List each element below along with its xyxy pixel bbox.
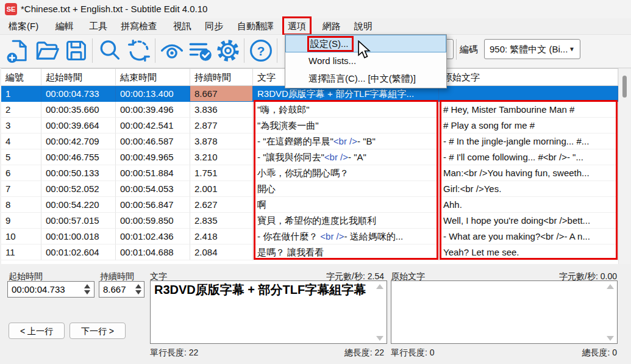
menubar-item-9[interactable]: 說明: [351, 18, 376, 34]
cell-text[interactable]: 寶貝，希望你的進度比我順利: [253, 213, 439, 229]
cell-duration[interactable]: 8.667: [190, 86, 253, 102]
find-button[interactable]: [97, 38, 123, 63]
options-menu-item-2[interactable]: 選擇語言(C)... [中文(繁體)]: [285, 70, 446, 88]
cell-end[interactable]: 00:00:39.496: [116, 102, 190, 118]
cell-text[interactable]: - "讓我與你同去"<br />- "A": [253, 149, 439, 165]
subtitle-row-9[interactable]: 900:00:57.01500:00:59.8502.835寶貝，希望你的進度比…: [1, 213, 618, 229]
cell-original[interactable]: Ahh.: [439, 197, 618, 213]
cell-num[interactable]: 7: [1, 181, 41, 197]
cell-original[interactable]: - What are you making?<br />- A n...: [439, 229, 618, 244]
cell-duration[interactable]: 2.418: [190, 229, 253, 244]
cell-num[interactable]: 11: [1, 244, 41, 260]
cell-duration[interactable]: 2.001: [190, 181, 253, 197]
cell-original[interactable]: # Play a song for me #: [439, 118, 618, 134]
menubar-item-0[interactable]: 檔案(F): [5, 18, 42, 34]
menubar-item-3[interactable]: 拼寫檢查: [117, 18, 161, 34]
cell-end[interactable]: 00:01:02.436: [116, 229, 190, 244]
cell-duration[interactable]: 2.835: [190, 213, 253, 229]
header-cell-5[interactable]: 原始文字: [439, 69, 618, 86]
cell-start[interactable]: 00:01:02.604: [41, 244, 116, 260]
cell-start[interactable]: 00:00:04.733: [41, 86, 116, 102]
cell-start[interactable]: 00:00:35.660: [41, 102, 116, 118]
subtitle-row-10[interactable]: 1000:01:00.01800:01:02.4362.418- 你在做什麼？ …: [1, 229, 618, 244]
header-cell-1[interactable]: 起始時間: [41, 69, 116, 86]
cell-original[interactable]: [439, 86, 618, 102]
visual-sync-button[interactable]: [159, 38, 185, 63]
text-scroll-down-icon[interactable]: [376, 336, 383, 341]
cell-num[interactable]: 10: [1, 229, 41, 244]
cell-num[interactable]: 5: [1, 149, 41, 165]
new-file-button[interactable]: [5, 38, 30, 63]
cell-num[interactable]: 2: [1, 102, 41, 118]
cell-original[interactable]: Well, I hope you're doing<br />bett...: [439, 213, 618, 229]
cell-num[interactable]: 1: [1, 86, 41, 102]
cell-end[interactable]: 00:00:13.400: [116, 86, 190, 102]
encoding-dropdown[interactable]: 950: 繁體中文 (Bi... ▼: [484, 39, 580, 59]
list-scrollbar[interactable]: [618, 68, 630, 264]
cell-end[interactable]: 00:00:46.587: [116, 134, 190, 149]
settings-button[interactable]: [215, 38, 241, 63]
cell-text[interactable]: "為我演奏一曲": [253, 118, 439, 134]
cell-text[interactable]: 小乖，你玩的開心嗎？: [253, 165, 439, 181]
cell-start[interactable]: 00:01:00.018: [41, 229, 116, 244]
cell-start[interactable]: 00:00:42.709: [41, 134, 116, 149]
subtitle-row-7[interactable]: 700:00:52.05200:00:54.0532.001開心Girl:<br…: [1, 181, 618, 197]
subtitle-row-11[interactable]: 1100:01:02.60400:01:04.6882.084是嗎？ 讓我看看Y…: [1, 244, 618, 260]
cell-duration[interactable]: 3.836: [190, 102, 253, 118]
cell-original[interactable]: # Hey, Mister Tambourine Man #: [439, 102, 618, 118]
previous-line-button[interactable]: < 上一行: [9, 323, 65, 339]
cell-end[interactable]: 00:00:54.053: [116, 181, 190, 197]
cell-num[interactable]: 4: [1, 134, 41, 149]
menubar-item-8[interactable]: 網路: [319, 18, 344, 34]
original-scroll-up-icon[interactable]: [607, 284, 614, 289]
cell-num[interactable]: 3: [1, 118, 41, 134]
cell-duration[interactable]: 2.877: [190, 118, 253, 134]
header-cell-0[interactable]: 編號: [1, 69, 41, 86]
cell-duration[interactable]: 2.627: [190, 197, 253, 213]
header-cell-3[interactable]: 持續時間: [190, 69, 253, 86]
cell-end[interactable]: 00:00:56.847: [116, 197, 190, 213]
menubar-item-5[interactable]: 同步: [201, 18, 227, 34]
menubar-item-7[interactable]: 選項: [284, 18, 310, 34]
subtitle-row-8[interactable]: 800:00:54.22000:00:56.8472.627啊Ahh.: [1, 197, 618, 213]
cell-original[interactable]: - # I'll come following... #<br />- "...: [439, 149, 618, 165]
save-button[interactable]: [63, 38, 89, 63]
cell-start[interactable]: 00:00:52.052: [41, 181, 116, 197]
cell-end[interactable]: 00:00:59.850: [116, 213, 190, 229]
duration-stepper[interactable]: [135, 284, 142, 294]
cell-text[interactable]: - "在這鏗鏘的早晨"<br />- "B": [253, 134, 439, 149]
open-file-button[interactable]: [34, 38, 60, 63]
cell-text[interactable]: 啊: [253, 197, 439, 213]
original-text-editor[interactable]: [391, 280, 618, 344]
start-time-input[interactable]: [7, 281, 94, 298]
cell-start[interactable]: 00:00:39.664: [41, 118, 116, 134]
cell-start[interactable]: 00:00:54.220: [41, 197, 116, 213]
menubar-item-2[interactable]: 工具: [85, 18, 111, 34]
menubar-item-4[interactable]: 視訊: [169, 18, 195, 34]
menubar-item-6[interactable]: 自動翻譯: [234, 18, 277, 34]
cell-num[interactable]: 9: [1, 213, 41, 229]
subtitle-row-3[interactable]: 300:00:39.66400:00:42.5412.877"為我演奏一曲"# …: [1, 118, 618, 134]
replace-button[interactable]: [126, 38, 152, 63]
cell-start[interactable]: 00:00:50.133: [41, 165, 116, 181]
cell-end[interactable]: 00:00:49.965: [116, 149, 190, 165]
cell-original[interactable]: Girl:<br />Yes.: [439, 181, 618, 197]
cell-original[interactable]: Yeah? Let me see.: [439, 244, 618, 260]
cell-duration[interactable]: 3.210: [190, 149, 253, 165]
text-scroll-up-icon[interactable]: [376, 284, 383, 289]
next-line-button[interactable]: 下一行 >: [70, 323, 126, 339]
cell-text[interactable]: 開心: [253, 181, 439, 197]
cell-text[interactable]: 是嗎？ 讓我看看: [253, 244, 439, 260]
text-editor[interactable]: [150, 280, 387, 344]
start-time-stepper[interactable]: [84, 284, 91, 294]
subtitle-row-6[interactable]: 600:00:50.13300:00:51.8841.751小乖，你玩的開心嗎？…: [1, 165, 618, 181]
spell-check-button[interactable]: [187, 38, 213, 63]
subtitle-row-4[interactable]: 400:00:42.70900:00:46.5873.878- "在這鏗鏘的早晨…: [1, 134, 618, 149]
cell-end[interactable]: 00:00:42.541: [116, 118, 190, 134]
cell-num[interactable]: 8: [1, 197, 41, 213]
original-scroll-down-icon[interactable]: [607, 336, 614, 341]
scrollbar-thumb[interactable]: [622, 76, 627, 98]
cell-duration[interactable]: 1.751: [190, 165, 253, 181]
cell-text[interactable]: "嗨，鈴鼓郎": [253, 102, 439, 118]
subtitle-row-2[interactable]: 200:00:35.66000:00:39.4963.836"嗨，鈴鼓郎"# H…: [1, 102, 618, 118]
